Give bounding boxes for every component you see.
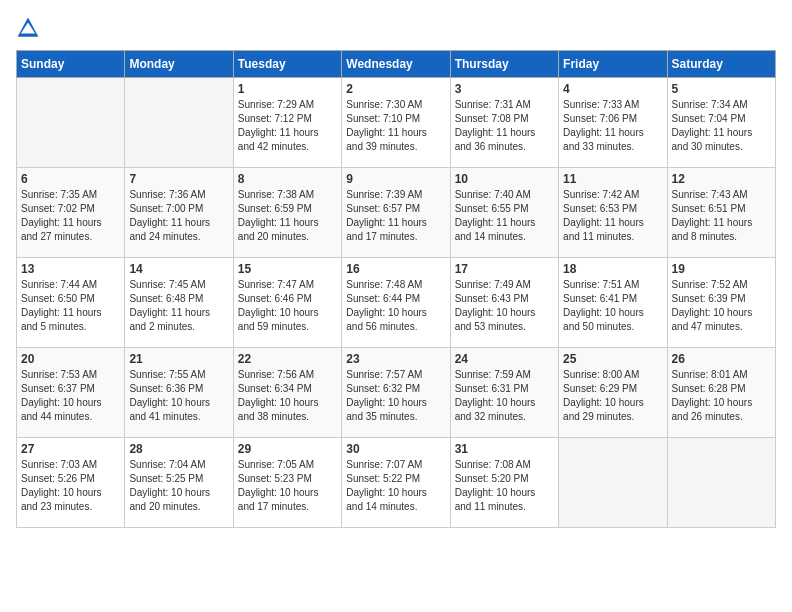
calendar-cell: 4Sunrise: 7:33 AM Sunset: 7:06 PM Daylig… bbox=[559, 78, 667, 168]
day-number: 1 bbox=[238, 82, 337, 96]
day-info: Sunrise: 8:01 AM Sunset: 6:28 PM Dayligh… bbox=[672, 368, 771, 424]
day-number: 17 bbox=[455, 262, 554, 276]
day-number: 14 bbox=[129, 262, 228, 276]
calendar-cell: 20Sunrise: 7:53 AM Sunset: 6:37 PM Dayli… bbox=[17, 348, 125, 438]
calendar-week-4: 20Sunrise: 7:53 AM Sunset: 6:37 PM Dayli… bbox=[17, 348, 776, 438]
day-number: 31 bbox=[455, 442, 554, 456]
calendar-cell: 30Sunrise: 7:07 AM Sunset: 5:22 PM Dayli… bbox=[342, 438, 450, 528]
logo-icon bbox=[16, 16, 40, 40]
day-info: Sunrise: 7:44 AM Sunset: 6:50 PM Dayligh… bbox=[21, 278, 120, 334]
day-info: Sunrise: 7:04 AM Sunset: 5:25 PM Dayligh… bbox=[129, 458, 228, 514]
day-number: 25 bbox=[563, 352, 662, 366]
day-info: Sunrise: 7:05 AM Sunset: 5:23 PM Dayligh… bbox=[238, 458, 337, 514]
day-number: 7 bbox=[129, 172, 228, 186]
calendar-cell: 19Sunrise: 7:52 AM Sunset: 6:39 PM Dayli… bbox=[667, 258, 775, 348]
day-info: Sunrise: 7:34 AM Sunset: 7:04 PM Dayligh… bbox=[672, 98, 771, 154]
calendar-cell: 22Sunrise: 7:56 AM Sunset: 6:34 PM Dayli… bbox=[233, 348, 341, 438]
calendar-week-3: 13Sunrise: 7:44 AM Sunset: 6:50 PM Dayli… bbox=[17, 258, 776, 348]
day-info: Sunrise: 7:30 AM Sunset: 7:10 PM Dayligh… bbox=[346, 98, 445, 154]
weekday-header-saturday: Saturday bbox=[667, 51, 775, 78]
calendar-cell: 31Sunrise: 7:08 AM Sunset: 5:20 PM Dayli… bbox=[450, 438, 558, 528]
calendar-cell: 2Sunrise: 7:30 AM Sunset: 7:10 PM Daylig… bbox=[342, 78, 450, 168]
calendar-cell: 26Sunrise: 8:01 AM Sunset: 6:28 PM Dayli… bbox=[667, 348, 775, 438]
weekday-header-thursday: Thursday bbox=[450, 51, 558, 78]
day-info: Sunrise: 7:35 AM Sunset: 7:02 PM Dayligh… bbox=[21, 188, 120, 244]
calendar-cell: 6Sunrise: 7:35 AM Sunset: 7:02 PM Daylig… bbox=[17, 168, 125, 258]
day-info: Sunrise: 7:56 AM Sunset: 6:34 PM Dayligh… bbox=[238, 368, 337, 424]
calendar-cell: 8Sunrise: 7:38 AM Sunset: 6:59 PM Daylig… bbox=[233, 168, 341, 258]
day-number: 5 bbox=[672, 82, 771, 96]
calendar-cell: 12Sunrise: 7:43 AM Sunset: 6:51 PM Dayli… bbox=[667, 168, 775, 258]
day-number: 29 bbox=[238, 442, 337, 456]
calendar-cell: 9Sunrise: 7:39 AM Sunset: 6:57 PM Daylig… bbox=[342, 168, 450, 258]
calendar-cell bbox=[667, 438, 775, 528]
day-info: Sunrise: 7:33 AM Sunset: 7:06 PM Dayligh… bbox=[563, 98, 662, 154]
calendar-cell: 27Sunrise: 7:03 AM Sunset: 5:26 PM Dayli… bbox=[17, 438, 125, 528]
day-info: Sunrise: 8:00 AM Sunset: 6:29 PM Dayligh… bbox=[563, 368, 662, 424]
day-info: Sunrise: 7:53 AM Sunset: 6:37 PM Dayligh… bbox=[21, 368, 120, 424]
day-info: Sunrise: 7:42 AM Sunset: 6:53 PM Dayligh… bbox=[563, 188, 662, 244]
calendar-cell: 23Sunrise: 7:57 AM Sunset: 6:32 PM Dayli… bbox=[342, 348, 450, 438]
calendar-cell bbox=[559, 438, 667, 528]
day-info: Sunrise: 7:39 AM Sunset: 6:57 PM Dayligh… bbox=[346, 188, 445, 244]
calendar-cell: 1Sunrise: 7:29 AM Sunset: 7:12 PM Daylig… bbox=[233, 78, 341, 168]
day-number: 18 bbox=[563, 262, 662, 276]
day-number: 11 bbox=[563, 172, 662, 186]
weekday-header-friday: Friday bbox=[559, 51, 667, 78]
day-info: Sunrise: 7:59 AM Sunset: 6:31 PM Dayligh… bbox=[455, 368, 554, 424]
day-number: 15 bbox=[238, 262, 337, 276]
calendar-cell: 17Sunrise: 7:49 AM Sunset: 6:43 PM Dayli… bbox=[450, 258, 558, 348]
weekday-header-sunday: Sunday bbox=[17, 51, 125, 78]
weekday-header-row: SundayMondayTuesdayWednesdayThursdayFrid… bbox=[17, 51, 776, 78]
calendar-cell: 10Sunrise: 7:40 AM Sunset: 6:55 PM Dayli… bbox=[450, 168, 558, 258]
day-info: Sunrise: 7:40 AM Sunset: 6:55 PM Dayligh… bbox=[455, 188, 554, 244]
day-number: 9 bbox=[346, 172, 445, 186]
day-info: Sunrise: 7:29 AM Sunset: 7:12 PM Dayligh… bbox=[238, 98, 337, 154]
day-info: Sunrise: 7:43 AM Sunset: 6:51 PM Dayligh… bbox=[672, 188, 771, 244]
calendar-cell bbox=[17, 78, 125, 168]
day-info: Sunrise: 7:36 AM Sunset: 7:00 PM Dayligh… bbox=[129, 188, 228, 244]
day-number: 28 bbox=[129, 442, 228, 456]
weekday-header-tuesday: Tuesday bbox=[233, 51, 341, 78]
day-number: 4 bbox=[563, 82, 662, 96]
calendar-week-1: 1Sunrise: 7:29 AM Sunset: 7:12 PM Daylig… bbox=[17, 78, 776, 168]
day-info: Sunrise: 7:03 AM Sunset: 5:26 PM Dayligh… bbox=[21, 458, 120, 514]
logo bbox=[16, 16, 44, 40]
calendar-table: SundayMondayTuesdayWednesdayThursdayFrid… bbox=[16, 50, 776, 528]
day-number: 27 bbox=[21, 442, 120, 456]
day-number: 21 bbox=[129, 352, 228, 366]
day-number: 20 bbox=[21, 352, 120, 366]
day-number: 3 bbox=[455, 82, 554, 96]
day-number: 10 bbox=[455, 172, 554, 186]
day-info: Sunrise: 7:38 AM Sunset: 6:59 PM Dayligh… bbox=[238, 188, 337, 244]
calendar-cell: 21Sunrise: 7:55 AM Sunset: 6:36 PM Dayli… bbox=[125, 348, 233, 438]
day-number: 13 bbox=[21, 262, 120, 276]
calendar-cell: 3Sunrise: 7:31 AM Sunset: 7:08 PM Daylig… bbox=[450, 78, 558, 168]
day-number: 26 bbox=[672, 352, 771, 366]
calendar-cell: 16Sunrise: 7:48 AM Sunset: 6:44 PM Dayli… bbox=[342, 258, 450, 348]
calendar-cell: 24Sunrise: 7:59 AM Sunset: 6:31 PM Dayli… bbox=[450, 348, 558, 438]
day-info: Sunrise: 7:48 AM Sunset: 6:44 PM Dayligh… bbox=[346, 278, 445, 334]
calendar-cell: 18Sunrise: 7:51 AM Sunset: 6:41 PM Dayli… bbox=[559, 258, 667, 348]
day-info: Sunrise: 7:57 AM Sunset: 6:32 PM Dayligh… bbox=[346, 368, 445, 424]
calendar-cell: 29Sunrise: 7:05 AM Sunset: 5:23 PM Dayli… bbox=[233, 438, 341, 528]
calendar-cell: 5Sunrise: 7:34 AM Sunset: 7:04 PM Daylig… bbox=[667, 78, 775, 168]
weekday-header-monday: Monday bbox=[125, 51, 233, 78]
day-number: 24 bbox=[455, 352, 554, 366]
day-number: 30 bbox=[346, 442, 445, 456]
day-info: Sunrise: 7:47 AM Sunset: 6:46 PM Dayligh… bbox=[238, 278, 337, 334]
day-number: 8 bbox=[238, 172, 337, 186]
day-number: 19 bbox=[672, 262, 771, 276]
day-info: Sunrise: 7:49 AM Sunset: 6:43 PM Dayligh… bbox=[455, 278, 554, 334]
calendar-week-5: 27Sunrise: 7:03 AM Sunset: 5:26 PM Dayli… bbox=[17, 438, 776, 528]
day-info: Sunrise: 7:08 AM Sunset: 5:20 PM Dayligh… bbox=[455, 458, 554, 514]
day-info: Sunrise: 7:51 AM Sunset: 6:41 PM Dayligh… bbox=[563, 278, 662, 334]
calendar-cell bbox=[125, 78, 233, 168]
calendar-cell: 15Sunrise: 7:47 AM Sunset: 6:46 PM Dayli… bbox=[233, 258, 341, 348]
calendar-cell: 25Sunrise: 8:00 AM Sunset: 6:29 PM Dayli… bbox=[559, 348, 667, 438]
calendar-cell: 11Sunrise: 7:42 AM Sunset: 6:53 PM Dayli… bbox=[559, 168, 667, 258]
day-number: 2 bbox=[346, 82, 445, 96]
calendar-cell: 7Sunrise: 7:36 AM Sunset: 7:00 PM Daylig… bbox=[125, 168, 233, 258]
calendar-cell: 14Sunrise: 7:45 AM Sunset: 6:48 PM Dayli… bbox=[125, 258, 233, 348]
day-number: 16 bbox=[346, 262, 445, 276]
